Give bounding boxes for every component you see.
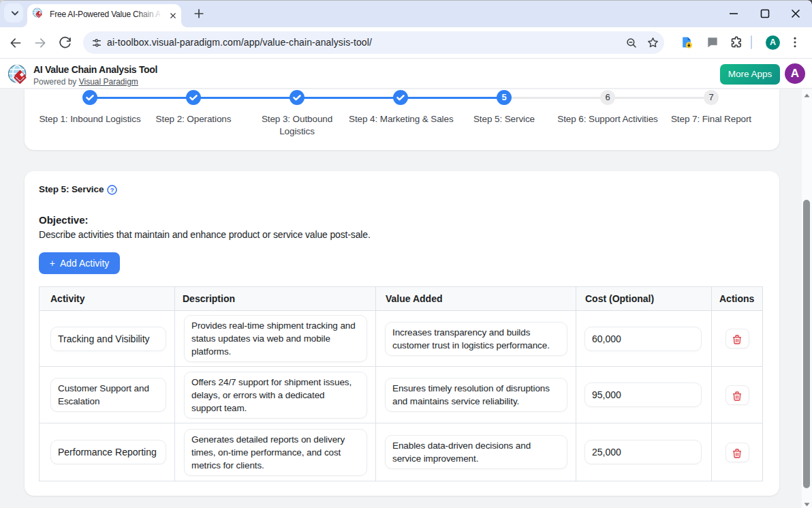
svg-text:?: ? (110, 187, 114, 194)
